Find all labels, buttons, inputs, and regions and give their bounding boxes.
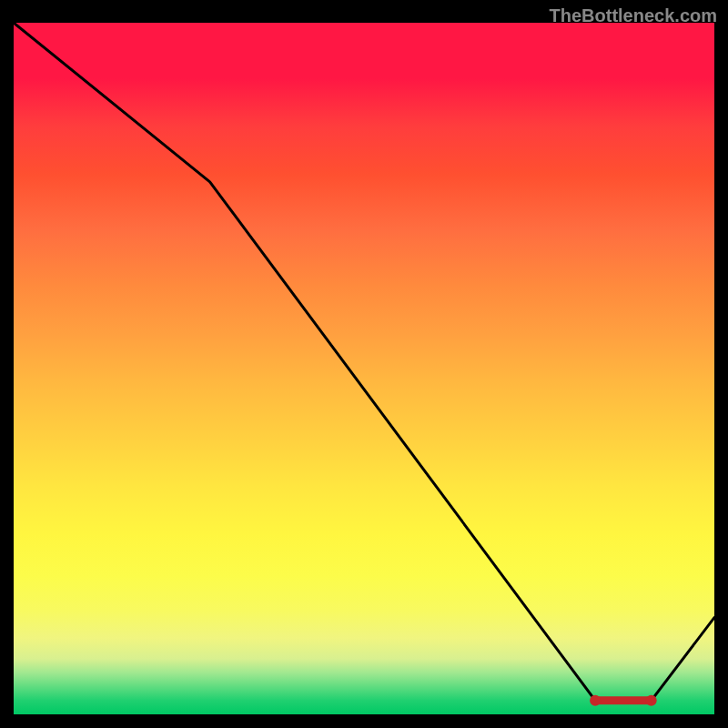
watermark-text: TheBottleneck.com — [550, 5, 717, 26]
svg-point-2 — [646, 695, 657, 706]
chart-svg — [14, 23, 714, 714]
chart-container: TheBottleneck.com — [0, 0, 728, 728]
highlight-segment — [590, 695, 657, 706]
svg-point-1 — [590, 695, 601, 706]
main-line — [14, 23, 714, 701]
plot-area — [14, 23, 714, 714]
